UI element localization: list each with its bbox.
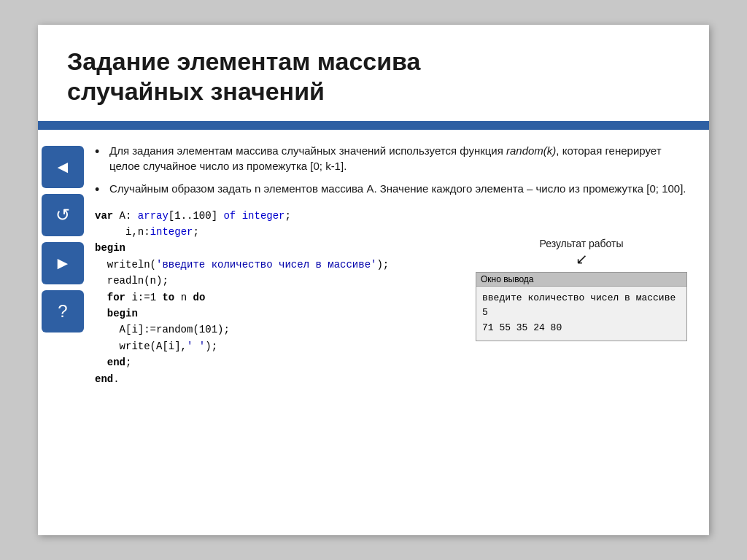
- slide-title: Задание элементам массива случайных знач…: [67, 47, 680, 106]
- bullet-list: Для задания элементам массива случайных …: [95, 143, 687, 196]
- bullet-item-2: Случайным образом задать n элементов мас…: [95, 181, 687, 196]
- bullet2-text: Случайным образом задать n элементов мас…: [109, 182, 686, 195]
- code-end1: end;: [95, 357, 131, 368]
- code-assign: A[i]:=random(101);: [95, 324, 230, 335]
- code-writeln: writeln('введите количество чисел в масс…: [95, 259, 389, 271]
- output-line-2: 5: [482, 306, 681, 321]
- code-readln: readln(n);: [95, 275, 169, 287]
- bullet1-text-plain: Для задания элементам массива случайных …: [109, 144, 506, 157]
- title-line2: случайных значений: [67, 77, 325, 105]
- output-window-title: Окно вывода: [481, 274, 534, 284]
- bullet1-italic: random(k): [506, 144, 556, 157]
- help-button[interactable]: ?: [42, 290, 84, 332]
- title-line1: Задание элементам массива: [67, 47, 420, 75]
- title-area: Задание элементам массива случайных знач…: [38, 25, 709, 121]
- code-block: var A: array[1..100] of integer; i,n:int…: [95, 208, 461, 387]
- output-line-1: введите количество чисел в массиве: [482, 291, 681, 306]
- back-button[interactable]: ◄: [42, 146, 84, 188]
- arrow-icon: ↙: [576, 251, 588, 267]
- code-left: var A: array[1..100] of integer; i,n:int…: [95, 208, 461, 394]
- code-begin2: begin: [95, 308, 138, 319]
- code-end2: end.: [95, 373, 120, 385]
- bullet-item-1: Для задания элементам массива случайных …: [95, 143, 687, 174]
- left-buttons: ◄ ↺ ► ?: [38, 143, 88, 394]
- play-button[interactable]: ►: [42, 242, 84, 284]
- code-write: write(A[i],' ');: [95, 341, 217, 352]
- code-begin1: begin: [95, 242, 125, 254]
- blue-bar: [38, 121, 709, 130]
- code-in-decl: i,n:integer;: [95, 226, 199, 238]
- code-var-decl: A: array[1..100] of integer;: [113, 210, 291, 222]
- slide: Задание элементам массива случайных знач…: [38, 25, 709, 535]
- result-label: Результат работы: [539, 238, 623, 249]
- code-for: for i:=1 to n do: [95, 292, 205, 303]
- code-and-output: var A: array[1..100] of integer; i,n:int…: [95, 208, 687, 394]
- main-content: Для задания элементам массива случайных …: [88, 143, 709, 394]
- content-area: ◄ ↺ ► ? Для задания элементам массива сл…: [38, 143, 709, 394]
- output-titlebar: Окно вывода: [476, 273, 686, 287]
- code-var-kw: var: [95, 210, 113, 222]
- output-right: Результат работы ↙ Окно вывода введите к…: [476, 237, 687, 341]
- undo-button[interactable]: ↺: [42, 194, 84, 236]
- result-label-container: Результат работы ↙: [476, 237, 687, 268]
- output-line-3: 71 55 35 24 80: [482, 321, 681, 336]
- output-window: Окно вывода введите количество чисел в м…: [476, 272, 687, 341]
- output-content: введите количество чисел в массиве 5 71 …: [476, 287, 686, 341]
